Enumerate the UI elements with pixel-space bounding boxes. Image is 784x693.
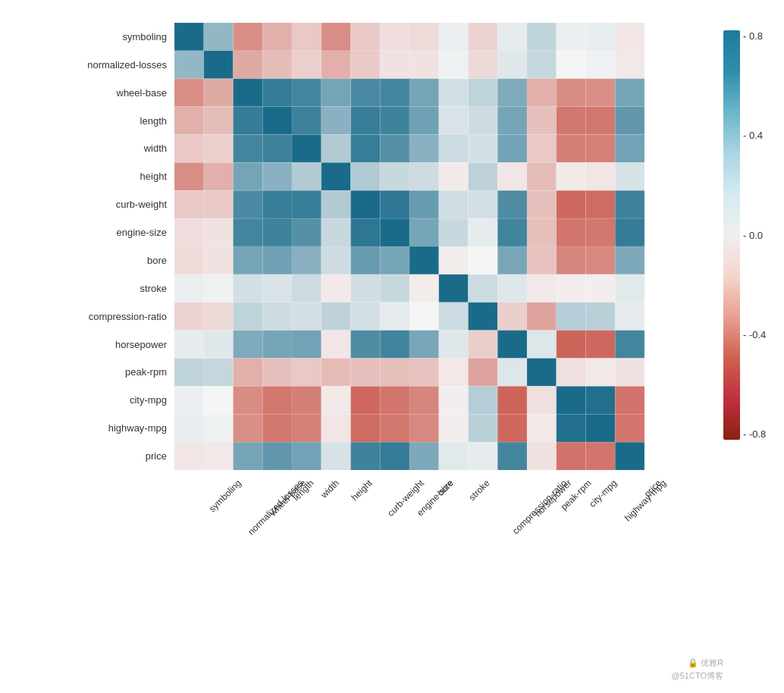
x-label-height: height — [350, 478, 375, 503]
y-label-bore: bore — [0, 246, 173, 274]
heatmap-area — [174, 23, 644, 470]
watermark: 🔒 优雅R@51CTO博客 — [672, 657, 723, 682]
chart-container: symbolingnormalized-losseswheel-baseleng… — [0, 0, 784, 693]
legend-label-04: - 0.4 — [743, 130, 766, 141]
y-label-length: length — [0, 107, 173, 135]
y-label-curb-weight: curb-weight — [0, 190, 173, 218]
legend-label-n04: - -0.4 — [743, 329, 766, 340]
y-label-compression-ratio: compression-ratio — [0, 303, 173, 331]
y-label-symboling: symboling — [0, 23, 173, 51]
y-label-peak-rpm: peak-rpm — [0, 359, 173, 387]
y-label-wheel-base: wheel-base — [0, 79, 173, 107]
y-label-price: price — [0, 442, 173, 470]
x-label-symboling: symboling — [207, 478, 243, 514]
y-label-width: width — [0, 135, 173, 163]
y-label-horsepower: horsepower — [0, 331, 173, 359]
x-axis-labels: symbolingnormalized-losseswheel-baseleng… — [174, 472, 644, 623]
colorbar-legend: - 0.8 - 0.4 - 0.0 - -0.4 - -0.8 — [723, 23, 769, 470]
y-axis-labels: symbolingnormalized-losseswheel-baseleng… — [0, 23, 173, 470]
legend-label-00: - 0.0 — [743, 230, 766, 241]
legend-label-08: - 0.8 — [743, 30, 766, 42]
y-label-height: height — [0, 162, 173, 190]
y-label-highway-mpg: highway-mpg — [0, 414, 173, 442]
x-label-city-mpg: city-mpg — [587, 478, 619, 510]
x-label-width: width — [319, 478, 342, 500]
x-label-stroke: stroke — [467, 478, 492, 503]
y-label-normalized-losses: normalized-losses — [0, 51, 173, 79]
y-label-stroke: stroke — [0, 274, 173, 303]
y-label-city-mpg: city-mpg — [0, 386, 173, 414]
y-label-engine-size: engine-size — [0, 218, 173, 246]
legend-label-n08: - -0.8 — [743, 428, 766, 440]
